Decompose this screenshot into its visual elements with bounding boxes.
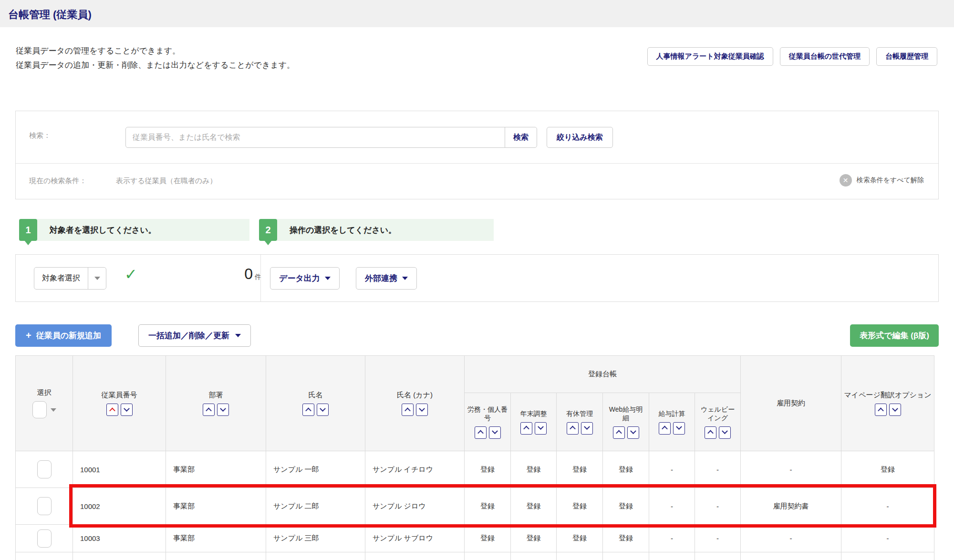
- cell-registry-3: 登録: [603, 488, 649, 525]
- chevron-up-icon: [570, 426, 576, 432]
- sort-desc-button[interactable]: [581, 422, 593, 435]
- column-header-employment-contract-label: 雇用契約: [777, 399, 805, 408]
- sort-desc-button[interactable]: [489, 426, 501, 439]
- panel-divider: [260, 255, 261, 301]
- sort-asc-button[interactable]: [875, 404, 887, 416]
- sort-desc-button[interactable]: [416, 404, 428, 416]
- cell-registry-3: 登録: [603, 451, 649, 488]
- cell-kana: サンプル サブロウ: [365, 525, 465, 552]
- add-new-employee-label: 従業員の新規追加: [36, 330, 101, 341]
- step-2-text: 操作の選択をしてください。: [290, 225, 396, 236]
- cell-select: [16, 451, 73, 488]
- sort-asc-button[interactable]: [613, 426, 625, 439]
- cell-registry-2: 登録: [557, 451, 603, 488]
- search-input[interactable]: [125, 127, 505, 148]
- select-all-control: [32, 401, 56, 418]
- step-1-badge: 1: [19, 219, 37, 241]
- chevron-up-icon: [523, 426, 529, 432]
- cell-department: 事業部: [166, 525, 266, 552]
- chevron-down-icon: [722, 428, 728, 434]
- chevron-down-icon: [676, 424, 682, 430]
- column-header-registry-1: 年末調整: [511, 393, 557, 451]
- chevron-down-icon[interactable]: [51, 408, 56, 412]
- cell-empty: [841, 552, 934, 560]
- chevron-down-icon: [124, 405, 130, 412]
- target-select-label[interactable]: 対象者選択: [34, 268, 88, 289]
- sort-desc-button[interactable]: [121, 404, 133, 416]
- sort-desc-button[interactable]: [673, 422, 685, 435]
- sort-asc-button[interactable]: [567, 422, 579, 435]
- sort-buttons: [520, 422, 547, 435]
- column-group-registered-ledgers: 登録台帳: [465, 356, 741, 393]
- bulk-add-delete-update-dropdown[interactable]: 一括追加／削除／更新: [138, 324, 251, 347]
- sort-desc-button[interactable]: [627, 426, 639, 439]
- cell-registry-4: -: [649, 525, 695, 552]
- cell-name: サンプル 一郎: [266, 451, 365, 488]
- close-x-circle-icon[interactable]: ✕: [840, 174, 852, 187]
- column-header-registry-0: 労務・個人番号: [465, 393, 511, 451]
- clear-all-conditions-button[interactable]: ✕ 検索条件をすべて解除: [840, 174, 924, 187]
- column-header-registry-3-label: Web給与明細: [606, 405, 646, 423]
- column-header-employee-number-label: 従業員番号: [102, 391, 137, 400]
- sort-asc-button[interactable]: [520, 422, 532, 435]
- table-row: 10003事業部サンプル 三郎サンプル サブロウ登録登録登録登録----: [16, 525, 934, 552]
- external-link-dropdown[interactable]: 外部連携: [356, 267, 417, 290]
- step-2-bar: 2 操作の選択をしてください。: [259, 219, 494, 241]
- column-header-registry-0-label: 労務・個人番号: [467, 405, 508, 423]
- plus-icon: +: [26, 330, 31, 341]
- add-new-employee-button[interactable]: + 従業員の新規追加: [15, 324, 112, 347]
- row-checkbox[interactable]: [37, 497, 52, 515]
- sort-asc-button[interactable]: [705, 426, 716, 439]
- target-select-arrow[interactable]: [88, 268, 106, 289]
- search-panel: 検索： 検索 絞り込み検索 現在の検索条件： 表示する従業員（在職者のみ） ✕ …: [15, 111, 939, 199]
- cell-registry-1: 登録: [511, 488, 557, 525]
- current-conditions-value: 表示する従業員（在職者のみ）: [116, 176, 217, 186]
- row-checkbox[interactable]: [37, 460, 52, 478]
- header-action-button-1[interactable]: 従業員台帳の世代管理: [780, 47, 870, 66]
- sort-asc-button[interactable]: [106, 404, 118, 416]
- bulk-label: 一括追加／削除／更新: [148, 330, 229, 341]
- column-header-registry-5: ウェルビーイング: [695, 393, 741, 451]
- step-1-text: 対象者を選択してください。: [50, 225, 156, 236]
- sort-desc-button[interactable]: [535, 422, 547, 435]
- column-header-registry-1-label: 年末調整: [520, 410, 547, 418]
- chevron-down-icon: [538, 424, 544, 430]
- sort-asc-button[interactable]: [302, 404, 314, 416]
- sort-buttons: [106, 404, 133, 416]
- sort-desc-button[interactable]: [317, 404, 329, 416]
- cell-employee-number: 10002: [73, 488, 166, 525]
- sort-desc-button[interactable]: [719, 426, 731, 439]
- cell-kana: サンプル ジロウ: [365, 488, 465, 525]
- table-edit-beta-button[interactable]: 表形式で編集 (β版): [850, 324, 939, 347]
- sort-asc-button[interactable]: [203, 404, 215, 416]
- page-description: 従業員データの管理をすることができます。 従業員データの追加・更新・削除、または…: [16, 44, 295, 73]
- current-conditions-label: 現在の検索条件：: [29, 176, 86, 186]
- select-all-checkbox[interactable]: [32, 401, 47, 418]
- sort-buttons: [613, 426, 639, 439]
- column-header-employment-contract: 雇用契約: [741, 356, 841, 451]
- search-button[interactable]: 検索: [505, 127, 537, 148]
- operation-panel: 対象者選択 ✓ 0件 データ出力 外部連携: [15, 254, 939, 302]
- header-action-button-2[interactable]: 台帳履歴管理: [876, 47, 937, 66]
- sort-desc-button[interactable]: [217, 404, 229, 416]
- employee-table-wrapper: 選択従業員番号部署氏名氏名 (カナ)登録台帳雇用契約マイページ翻訳オプション労務…: [15, 355, 934, 560]
- sort-asc-button[interactable]: [402, 404, 414, 416]
- sort-desc-button[interactable]: [889, 404, 901, 416]
- cell-mypage-translation: 登録: [841, 451, 934, 488]
- row-checkbox[interactable]: [37, 529, 52, 548]
- sort-asc-button[interactable]: [475, 426, 487, 439]
- header-action-button-0[interactable]: 人事情報アラート対象従業員確認: [647, 47, 773, 66]
- column-header-registry-2-label: 有休管理: [566, 410, 593, 418]
- cell-employment-contract: -: [741, 451, 841, 488]
- cell-registry-5: -: [695, 451, 741, 488]
- sort-asc-button[interactable]: [659, 422, 671, 435]
- target-select-dropdown[interactable]: 対象者選択: [34, 267, 106, 290]
- data-export-dropdown[interactable]: データ出力: [270, 267, 340, 290]
- filter-search-button[interactable]: 絞り込み検索: [547, 127, 613, 148]
- column-header-department: 部署: [166, 356, 266, 451]
- chevron-up-icon: [878, 407, 884, 414]
- cell-registry-1: 登録: [511, 525, 557, 552]
- cell-registry-0: 登録: [465, 451, 511, 488]
- chevron-up-icon: [616, 430, 622, 436]
- check-icon: ✓: [124, 265, 137, 283]
